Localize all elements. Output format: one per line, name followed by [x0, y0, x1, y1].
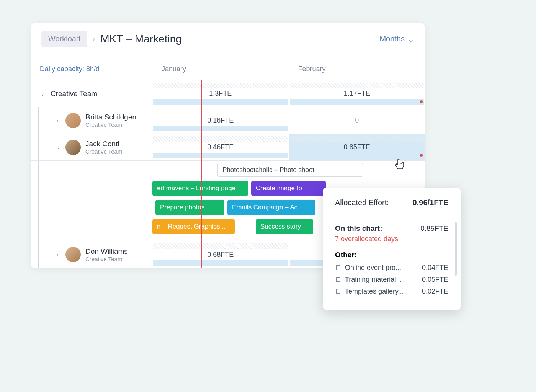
cell-feb[interactable]: 0.85FTE [289, 134, 425, 160]
chevron-down-icon[interactable]: ⌄ [55, 144, 61, 150]
person-name: Don Williams [85, 247, 128, 256]
group-value-jan: 1.3FTE [209, 90, 232, 98]
cell-jan: 0.68FTE [152, 241, 289, 268]
cell-jan[interactable]: 0.46FTE [152, 134, 289, 160]
clipboard-icon: 🗒 [335, 276, 342, 283]
person-name: Jack Conti [85, 140, 122, 148]
other-item[interactable]: 🗒Online event pro... 0.04FTE [335, 264, 448, 272]
popover-title: Allocated Effort: [335, 198, 389, 207]
month-col-february: February [289, 58, 425, 80]
today-marker [201, 80, 202, 268]
overallocation-dot-icon [420, 100, 423, 103]
group-name: Creative Team [51, 90, 97, 98]
group-cell-feb: 1.17FTE [289, 80, 425, 107]
task-success-story[interactable]: Success story [256, 219, 313, 234]
other-name: Templates gallery... [345, 287, 404, 295]
header: Workload › MKT – Marketing Months ⌄ [31, 23, 425, 58]
task-landing-page[interactable]: ed mavens – Landing page [152, 181, 248, 196]
other-name: Training material... [345, 276, 402, 283]
avatar [65, 140, 81, 155]
breadcrumb-root[interactable]: Workload [41, 31, 87, 47]
other-item[interactable]: 🗒Templates gallery... 0.02FTE [335, 287, 448, 296]
task-prepare-photos[interactable]: Prepare photos... [155, 200, 224, 215]
avatar [65, 113, 81, 128]
view-dropdown-label: Months [379, 34, 405, 43]
group-value-feb: 1.17FTE [344, 90, 370, 98]
task-request-graphics[interactable]: n – Request Graphics... [152, 219, 235, 234]
scrollbar[interactable] [455, 222, 457, 276]
tasks-gutter [38, 161, 152, 241]
chevron-down-icon: ⌄ [408, 34, 414, 44]
person-row-britta: › Britta Schildgen Creative Team 0.16FTE… [31, 107, 425, 134]
task-emails-campaign[interactable]: Emails Campaign – Ad [227, 200, 315, 215]
page-title: MKT – Marketing [100, 33, 182, 45]
clipboard-icon: 🗒 [335, 264, 342, 271]
allocation-popover: Allocated Effort: 0.96/1FTE On this char… [323, 188, 461, 310]
cell-value: 0 [355, 116, 359, 124]
person-team: Creative Team [85, 256, 128, 262]
cell-value: 0.46FTE [207, 143, 234, 151]
on-chart-value: 0.85FTE [420, 224, 448, 233]
cell-jan: 0.16FTE [152, 107, 289, 134]
other-fte: 0.04FTE [422, 264, 448, 272]
popover-title-value: 0.96/1FTE [413, 198, 448, 207]
on-chart-label: On this chart: [335, 224, 382, 233]
overallocated-text: 7 overallocated days [335, 235, 448, 243]
group-left[interactable]: ⌄ Creative Team [31, 80, 152, 107]
person-team: Creative Team [85, 121, 136, 128]
chevron-right-icon[interactable]: › [55, 252, 61, 258]
capacity-label: Daily capacity: 8h/d [31, 58, 152, 80]
avatar [65, 247, 81, 262]
group-cell-jan: 1.3FTE [152, 80, 289, 107]
timeline-header: Daily capacity: 8h/d January February [31, 58, 425, 80]
other-item[interactable]: 🗒Training material... 0.05FTE [335, 276, 448, 284]
person-row-jack: ⌄ Jack Conti Creative Team 0.46FTE 0.85F… [31, 134, 425, 161]
other-fte: 0.05FTE [422, 276, 448, 284]
person-left[interactable]: ⌄ Jack Conti Creative Team [38, 134, 152, 160]
cell-value: 0.16FTE [207, 116, 234, 124]
month-col-january: January [152, 58, 289, 80]
person-team: Creative Team [85, 148, 122, 155]
other-name: Online event pro... [345, 264, 401, 271]
group-row: ⌄ Creative Team 1.3FTE 1.17FTE [31, 80, 425, 107]
other-label: Other: [335, 251, 448, 259]
task-create-image[interactable]: Create image fo [251, 181, 326, 196]
chevron-right-icon: › [93, 35, 95, 43]
cell-value: 0.68FTE [207, 251, 234, 259]
other-fte: 0.02FTE [422, 287, 448, 296]
cell-value: 0.85FTE [344, 143, 370, 151]
chevron-right-icon[interactable]: › [55, 118, 61, 124]
task-photoshoot[interactable]: Photoshootaholic – Photo shoot [217, 163, 363, 177]
overallocation-dot-icon [420, 154, 423, 157]
cell-feb: 0 [289, 107, 425, 134]
breadcrumb: Workload › MKT – Marketing [41, 31, 182, 47]
person-left[interactable]: › Don Williams Creative Team [38, 241, 152, 268]
view-dropdown[interactable]: Months ⌄ [379, 34, 414, 44]
person-name: Britta Schildgen [85, 113, 136, 121]
person-left[interactable]: › Britta Schildgen Creative Team [38, 107, 152, 134]
clipboard-icon: 🗒 [335, 287, 342, 295]
chevron-down-icon[interactable]: ⌄ [40, 91, 46, 97]
